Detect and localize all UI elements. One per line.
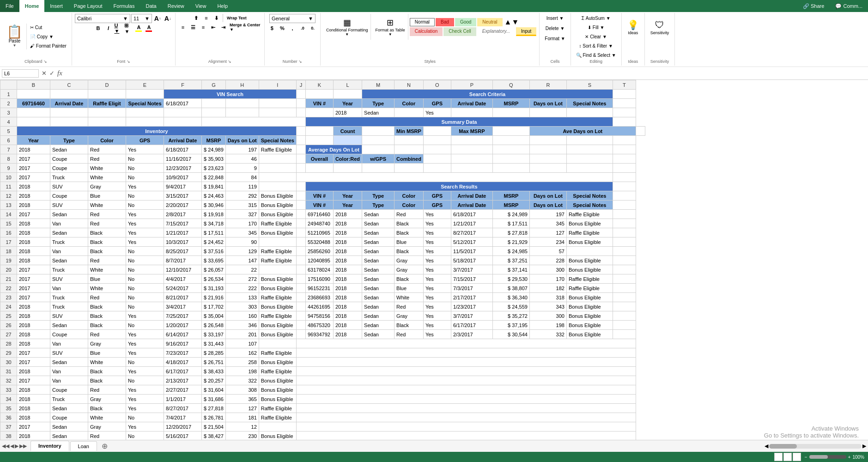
cell-m8-wgps[interactable]: w/GPS (362, 154, 395, 164)
cell-b10[interactable]: 2017 (17, 173, 50, 182)
cell-c13[interactable]: SUV (50, 201, 88, 210)
cell-l6-selected[interactable] (333, 136, 362, 145)
cell-j6[interactable] (296, 136, 305, 145)
zoom-in-button[interactable]: + (848, 455, 851, 460)
col-o[interactable]: O (423, 80, 451, 90)
tab-help[interactable]: Help (212, 0, 233, 12)
sheet-nav-left2[interactable]: ◀ (10, 443, 14, 449)
cell-m9[interactable] (362, 164, 395, 173)
cell-e9[interactable]: No (126, 164, 164, 173)
cell-t8[interactable] (613, 154, 636, 164)
decimal-decrease-button[interactable]: 0. (308, 24, 317, 32)
cell-t6[interactable] (613, 136, 636, 145)
sr-hdr-type[interactable]: Type (362, 191, 395, 201)
sensitivity-button[interactable]: 🛡 Sensitivity (648, 14, 672, 42)
sr-hdr-year[interactable]: Year (333, 191, 362, 201)
fill-color-button[interactable]: A (134, 24, 143, 32)
cell-q9[interactable] (492, 164, 529, 173)
cell-i5[interactable] (296, 127, 305, 136)
sr-subhdr-gps[interactable]: GPS (423, 201, 451, 210)
italic-button[interactable]: I (103, 24, 113, 32)
cell-j10-empty[interactable] (296, 173, 613, 182)
cell-j12[interactable] (296, 191, 305, 201)
cell-d1[interactable] (88, 90, 126, 99)
format-as-table-button[interactable]: ⊞ Format as Table ▼ (372, 14, 408, 40)
font-name-select[interactable]: Calibri ▼ (75, 14, 130, 23)
cell-t1[interactable] (613, 90, 636, 99)
col-r[interactable]: R (529, 80, 566, 90)
find-select-button[interactable]: 🔍 Find & Select ▼ (574, 51, 619, 59)
row-6-header[interactable]: 6 (0, 136, 17, 145)
cell-b11[interactable]: 2018 (17, 182, 50, 191)
cell-n9[interactable] (395, 164, 424, 173)
inventory-title[interactable]: Inventory (17, 127, 297, 136)
cell-p7[interactable] (451, 145, 492, 154)
cell-b2[interactable]: 69716460 (17, 99, 50, 108)
cell-e8[interactable]: No (126, 154, 164, 164)
align-left-button[interactable]: ≡ (178, 23, 188, 31)
cell-d4[interactable] (88, 117, 126, 127)
align-center-button[interactable]: ☰ (188, 23, 198, 31)
cell-c9[interactable]: Coupe (50, 164, 88, 173)
cell-h7[interactable]: 197 (225, 145, 259, 154)
cell-h12[interactable]: 292 (225, 191, 259, 201)
cell-k2-vin[interactable]: VIN # (305, 99, 333, 108)
col-e[interactable]: E (126, 80, 164, 90)
cell-l1[interactable] (333, 90, 362, 99)
col-g[interactable]: G (202, 80, 226, 90)
font-size-increase[interactable]: A↑ (153, 14, 162, 23)
cell-n7[interactable] (395, 145, 424, 154)
autosum-button[interactable]: Σ AutoSum ▼ (579, 14, 613, 22)
col-l[interactable]: L (333, 80, 362, 90)
inv-header-days[interactable]: Days on Lot (225, 136, 259, 145)
cell-i2[interactable] (259, 99, 296, 108)
cell-f11[interactable]: 9/4/2017 (164, 182, 202, 191)
col-j[interactable]: J (296, 80, 305, 90)
clear-button[interactable]: ✕ Clear ▼ (583, 32, 609, 41)
cell-c12[interactable]: Coupe (50, 191, 88, 201)
cell-n8-combined[interactable]: Combined (395, 154, 424, 164)
cell-d9[interactable]: White (88, 164, 126, 173)
cell-t9[interactable] (613, 164, 636, 173)
style-bad[interactable]: Bad (436, 18, 454, 26)
cell-h13[interactable]: 315 (225, 201, 259, 210)
sort-filter-button[interactable]: ↕ Sort & Filter ▼ (577, 42, 615, 50)
cell-l2-year[interactable]: Year (333, 99, 362, 108)
conditional-formatting-arrow[interactable]: ▼ (345, 32, 349, 36)
cell-c4[interactable] (50, 117, 88, 127)
cell-f8[interactable]: 11/16/2017 (164, 154, 202, 164)
inv-header-arrival[interactable]: Arrival Date (164, 136, 202, 145)
search-results-title[interactable]: Search Results (305, 182, 613, 191)
border-button[interactable]: ⊞ ▼ (124, 24, 133, 32)
cell-t5[interactable] (636, 127, 645, 136)
cell-q8[interactable] (492, 154, 529, 164)
cell-e7[interactable]: Yes (126, 145, 164, 154)
font-size-select[interactable]: 11 ▼ (131, 14, 152, 23)
cell-b1[interactable] (17, 90, 50, 99)
cell-c3[interactable] (50, 108, 88, 117)
inv-header-year[interactable]: Year (17, 136, 50, 145)
styles-more-arrow[interactable]: ▲▼ (504, 18, 519, 26)
cell-l3-year-val[interactable]: 2018 (333, 108, 362, 117)
cell-e12[interactable]: No (126, 191, 164, 201)
cell-s6[interactable] (566, 136, 613, 145)
cell-b13[interactable]: 2018 (17, 201, 50, 210)
sr-subhdr-arrival[interactable]: Arrival Date (451, 201, 492, 210)
cell-r2-days[interactable]: Days on Lot (529, 99, 566, 108)
cell-m3-type-val[interactable]: Sedan (362, 108, 395, 117)
cell-j1[interactable] (296, 90, 305, 99)
cell-l5[interactable] (362, 127, 395, 136)
cell-g2[interactable] (202, 99, 226, 108)
sr-hdr-arrival[interactable]: Arrival Date (451, 191, 492, 201)
cell-d7[interactable]: Red (88, 145, 126, 154)
cell-g10[interactable]: $ 22,848 (202, 173, 226, 182)
normal-view-button[interactable]: ▦ (774, 453, 783, 461)
zoom-out-button[interactable]: − (805, 455, 807, 460)
sr-hdr-days[interactable]: Days on Lot (529, 191, 566, 201)
sr-hdr-color[interactable]: Color (395, 191, 424, 201)
row-5-header[interactable]: 5 (0, 127, 17, 136)
cell-d3[interactable] (88, 108, 126, 117)
ideas-button[interactable]: 💡 Ideas (625, 14, 642, 42)
cell-i8[interactable] (259, 154, 296, 164)
col-n[interactable]: N (395, 80, 424, 90)
